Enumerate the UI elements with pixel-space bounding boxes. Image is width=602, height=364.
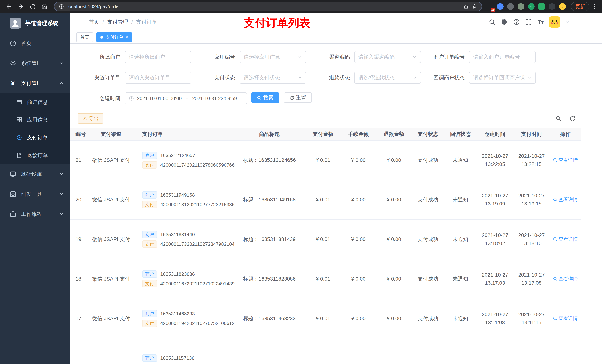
cell-order-id: 21 (70, 157, 89, 163)
cell-channel: 微信 JSAPI 支付 (89, 315, 133, 322)
export-button[interactable]: 导出 (78, 113, 103, 124)
cell-amount: ¥ 0.01 (305, 236, 341, 242)
filter-create-time-label: 创建时间 (81, 95, 125, 102)
view-detail-link[interactable]: 查看详情 (553, 197, 578, 203)
browser-forward-icon[interactable] (16, 1, 26, 12)
sidebar-item-merchant-info[interactable]: 商户信息 (0, 93, 70, 111)
breadcrumb-home[interactable]: 首页 (89, 19, 99, 26)
avatar-caret-icon[interactable] (566, 20, 570, 24)
extension-blue-icon[interactable] (497, 3, 504, 10)
cell-order-id: 17 (70, 316, 89, 322)
circle-dot-icon (16, 135, 22, 141)
tab-pay-order[interactable]: 支付订单 × (96, 32, 132, 42)
cell-action: 查看详情 (549, 236, 581, 243)
extension-pin-icon[interactable] (549, 3, 555, 10)
github-icon[interactable] (501, 19, 508, 25)
extension-chat-icon[interactable] (538, 3, 545, 10)
search-icon[interactable] (489, 19, 495, 25)
sidebar-item-home[interactable]: 首页 (0, 33, 70, 53)
extension-check-icon[interactable]: ✓ (528, 3, 535, 10)
cell-refund: ¥ 0.00 (376, 276, 412, 282)
browser-refresh-icon[interactable] (27, 1, 38, 12)
url-text[interactable]: localhost:1024/pay/order (67, 4, 460, 10)
cell-create-time: 2021-10-27 13:18:02 (476, 231, 514, 248)
breadcrumb-pay-mgmt[interactable]: 支付管理 (107, 19, 128, 26)
sidebar-item-pay-mgmt[interactable]: ¥ 支付管理 (0, 73, 70, 93)
table-search-icon[interactable] (555, 115, 561, 121)
table-toolbar: 导出 (70, 113, 602, 124)
cell-pay-order: 商户 1635311468233 支付 42000011942021102767… (133, 308, 233, 329)
cell-pay-time: 2021-10-27 13:19:15 (514, 192, 549, 208)
sidebar-item-refund-order[interactable]: 退款订单 (0, 146, 70, 164)
table-row: 17 微信 JSAPI 支付 商户 1635311468233 支付 42000… (70, 299, 581, 338)
filter-merchant-order-no-input[interactable] (469, 51, 536, 63)
site-info-icon[interactable] (59, 4, 64, 9)
filter-channel-code-select[interactable]: 请输入渠道编码 (354, 51, 421, 63)
filter-refund-status-select[interactable]: 请选择退款状态 (354, 72, 421, 83)
view-detail-link[interactable]: 查看详情 (553, 236, 578, 242)
brand: 芋道管理系统 (0, 13, 70, 33)
extension-sage-icon[interactable] (517, 3, 524, 10)
cell-amount: ¥ 0.01 (305, 197, 341, 203)
filter-notify-status-select[interactable]: 请选择订单回调商户状态 (469, 72, 536, 83)
sidebar-item-app-info[interactable]: 应用信息 (0, 111, 70, 129)
browser-extensions: 10 ✓ ᴗ (486, 3, 566, 10)
header-actions: TT (489, 16, 596, 28)
view-detail-link[interactable]: 查看详情 (553, 276, 578, 282)
table-tools (555, 115, 575, 121)
page-content: 所属商户 应用编号 请选择应用信息 渠道编码 请输入渠道编码 (70, 44, 602, 364)
filter-channel-order-no-input[interactable] (125, 72, 191, 83)
filter-merchant-input[interactable] (125, 51, 191, 63)
hamburger-icon[interactable] (76, 19, 83, 25)
table-row: 20 微信 JSAPI 支付 商户 1635311949168 支付 42000… (70, 180, 581, 220)
cell-pay-status: 支付成功 (412, 315, 444, 322)
browser-back-icon[interactable] (4, 1, 14, 12)
date-end-value[interactable]: 2021-10-31 23:59:59 (192, 96, 237, 101)
sidebar-item-infrastructure[interactable]: 基础设施 (0, 164, 70, 184)
view-detail-link[interactable]: 查看详情 (553, 315, 578, 322)
create-time-range-input[interactable]: 2021-10-01 00:00:00 - 2021-10-31 23:59:5… (125, 93, 247, 104)
cell-refund: ¥ 0.00 (376, 236, 412, 242)
filter-app-select[interactable]: 请选择应用信息 (239, 51, 306, 63)
date-start-value[interactable]: 2021-10-01 00:00:00 (137, 96, 182, 101)
sidebar-item-pay-order[interactable]: 支付订单 (0, 129, 70, 146)
browser-menu-icon[interactable] (591, 3, 598, 10)
cell-notify-status: 未通知 (444, 275, 476, 282)
cell-title: 标题：1635312124656 (233, 157, 305, 164)
help-icon[interactable] (513, 19, 520, 25)
extension-puzzle-icon[interactable]: 10 (486, 3, 493, 10)
cell-pay-status: 支付成功 (412, 196, 444, 203)
table-row: 商户 1635311157136 (70, 338, 581, 364)
cell-order-id: 18 (70, 276, 89, 282)
tab-home[interactable]: 首页 (76, 32, 93, 42)
merchant-order-no: 1635311823086 (160, 271, 195, 277)
cell-action: 查看详情 (549, 276, 581, 282)
table-refresh-icon[interactable] (570, 115, 575, 121)
merchant-tag: 商户 (142, 191, 157, 199)
grid-icon (16, 117, 22, 123)
extension-smiley-icon[interactable]: ᴗ (559, 3, 566, 10)
avatar[interactable] (549, 16, 560, 28)
bookmark-star-icon[interactable] (472, 4, 477, 9)
browser-url-bar[interactable]: localhost:1024/pay/order (54, 2, 482, 11)
extension-gray-icon[interactable] (507, 3, 514, 10)
merchant-order-no: 1635311157136 (160, 355, 194, 361)
cell-fee: ¥ 0.00 (341, 276, 376, 282)
cell-fee: ¥ 0.00 (341, 197, 376, 203)
search-button[interactable]: 搜索 (251, 93, 279, 103)
share-icon[interactable] (463, 4, 469, 9)
sidebar-item-system-mgmt[interactable]: 系统管理 (0, 53, 70, 73)
sidebar-item-dev-tools[interactable]: 研发工具 (0, 184, 70, 204)
fullscreen-icon[interactable] (525, 19, 532, 25)
view-detail-link[interactable]: 查看详情 (553, 157, 578, 163)
table-row: 18 微信 JSAPI 支付 商户 1635311823086 支付 42000… (70, 259, 581, 299)
filter-pay-status-select[interactable]: 请选择支付状态 (239, 72, 306, 83)
table-row: 21 微信 JSAPI 支付 商户 1635312124657 支付 42000… (70, 141, 581, 180)
cell-channel: 微信 JSAPI 支付 (89, 196, 133, 203)
tab-close-icon[interactable]: × (126, 35, 128, 40)
sidebar-item-workflow[interactable]: 工作流程 (0, 204, 70, 224)
font-size-icon[interactable]: TT (538, 19, 544, 25)
reset-button[interactable]: 重置 (284, 93, 312, 103)
browser-home-icon[interactable] (39, 1, 50, 12)
browser-update-button[interactable]: 更新 (571, 2, 589, 11)
